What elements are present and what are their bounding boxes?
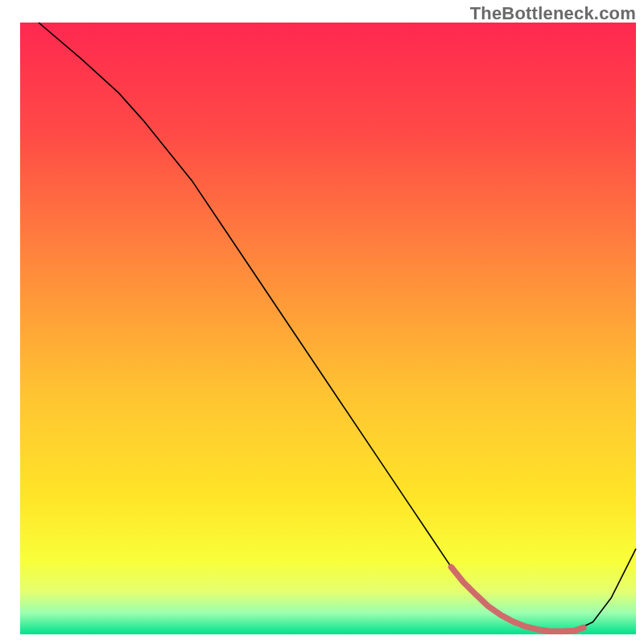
chart-stage: TheBottleneck.com	[0, 0, 644, 644]
bottleneck-chart	[0, 0, 644, 644]
plot-background	[20, 23, 636, 634]
plot-area	[20, 23, 636, 634]
watermark-label: TheBottleneck.com	[470, 3, 636, 24]
